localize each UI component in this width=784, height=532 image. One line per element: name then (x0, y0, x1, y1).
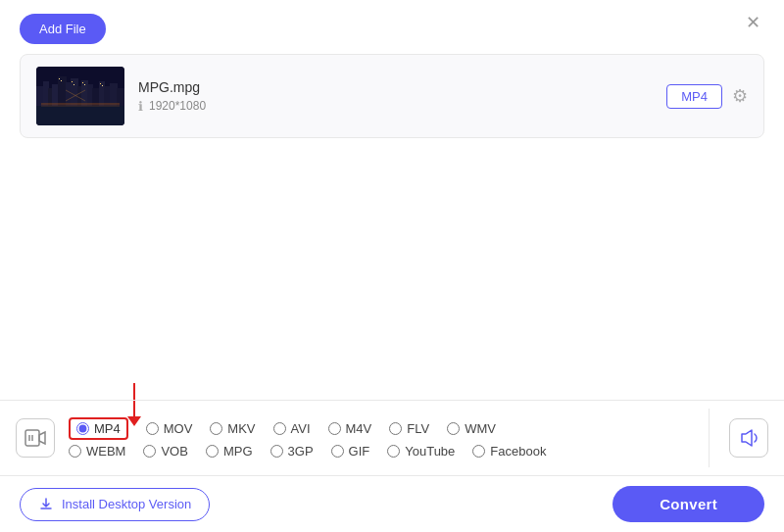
radio-gif[interactable] (331, 445, 344, 458)
svg-rect-21 (82, 82, 83, 83)
svg-rect-6 (58, 76, 67, 106)
format-option-mp4[interactable]: MP4 (69, 417, 128, 440)
label-3gp[interactable]: 3GP (288, 444, 314, 459)
format-option-vob[interactable]: VOB (143, 444, 187, 459)
file-meta: ℹ 1920*1080 (138, 99, 653, 114)
svg-rect-1 (36, 104, 124, 125)
download-icon (38, 497, 54, 512)
format-option-youtube[interactable]: YouTube (387, 444, 455, 459)
label-mp4[interactable]: MP4 (94, 421, 121, 436)
format-option-flv[interactable]: FLV (389, 421, 429, 436)
format-option-facebook[interactable]: Facebook (472, 444, 546, 459)
svg-rect-16 (117, 88, 124, 106)
mp4-selected-box: MP4 (69, 417, 128, 440)
radio-mp4[interactable] (76, 422, 89, 435)
radio-mpg[interactable] (206, 445, 219, 458)
radio-wmv[interactable] (447, 422, 460, 435)
label-webm[interactable]: WEBM (86, 444, 125, 459)
format-option-webm[interactable]: WEBM (69, 444, 125, 459)
close-button[interactable]: ✕ (740, 12, 766, 33)
label-facebook[interactable]: Facebook (490, 444, 546, 459)
bottom-bar: MP4 MOV MKV AVI M4V (0, 400, 784, 532)
radio-mov[interactable] (146, 422, 159, 435)
format-option-mkv[interactable]: MKV (210, 421, 255, 436)
radio-flv[interactable] (389, 422, 402, 435)
svg-rect-17 (59, 78, 60, 79)
label-flv[interactable]: FLV (407, 421, 429, 436)
video-category-icon[interactable] (16, 418, 55, 458)
svg-rect-22 (84, 84, 85, 85)
audio-category-icon[interactable] (729, 418, 768, 458)
add-file-button[interactable]: Add File (20, 14, 106, 44)
label-m4v[interactable]: M4V (346, 421, 372, 436)
format-row-2: WEBM VOB MPG 3GP GIF (69, 444, 699, 459)
radio-avi[interactable] (273, 422, 286, 435)
svg-rect-5 (52, 84, 59, 106)
svg-rect-14 (104, 86, 111, 106)
format-divider (709, 409, 710, 467)
header: Add File (0, 0, 784, 54)
file-info: MPG.mpg ℹ 1920*1080 (138, 79, 653, 114)
radio-vob[interactable] (143, 445, 156, 458)
install-label: Install Desktop Version (62, 497, 191, 511)
format-row-1: MP4 MOV MKV AVI M4V (69, 417, 699, 440)
file-name: MPG.mpg (138, 79, 653, 95)
format-option-3gp[interactable]: 3GP (270, 444, 314, 459)
radio-mkv[interactable] (210, 422, 222, 435)
svg-rect-15 (110, 83, 118, 106)
svg-rect-24 (102, 85, 103, 86)
format-option-m4v[interactable]: M4V (328, 421, 372, 436)
svg-rect-23 (100, 83, 101, 84)
label-youtube[interactable]: YouTube (405, 444, 455, 459)
svg-rect-20 (74, 84, 74, 85)
svg-rect-19 (72, 81, 73, 82)
label-mov[interactable]: MOV (164, 421, 193, 436)
radio-m4v[interactable] (328, 422, 341, 435)
label-vob[interactable]: VOB (161, 444, 187, 459)
file-thumbnail (36, 67, 124, 125)
svg-marker-30 (39, 432, 45, 444)
radio-youtube[interactable] (387, 445, 400, 458)
svg-rect-2 (36, 86, 44, 106)
label-mpg[interactable]: MPG (223, 444, 253, 459)
format-option-mpg[interactable]: MPG (206, 444, 253, 459)
svg-rect-8 (71, 78, 78, 106)
format-option-wmv[interactable]: WMV (447, 421, 496, 436)
svg-rect-10 (81, 80, 88, 106)
format-option-gif[interactable]: GIF (331, 444, 370, 459)
format-option-mov[interactable]: MOV (146, 421, 193, 436)
convert-button[interactable]: Convert (612, 486, 764, 522)
format-option-avi[interactable]: AVI (273, 421, 311, 436)
label-mkv[interactable]: MKV (227, 421, 255, 436)
radio-3gp[interactable] (270, 445, 283, 458)
label-gif[interactable]: GIF (349, 444, 370, 459)
format-options: MP4 MOV MKV AVI M4V (69, 417, 699, 459)
info-icon: ℹ (138, 99, 143, 114)
format-selector: MP4 MOV MKV AVI M4V (0, 401, 784, 476)
install-desktop-button[interactable]: Install Desktop Version (20, 488, 210, 521)
footer-actions: Install Desktop Version Convert (0, 476, 784, 532)
radio-webm[interactable] (69, 445, 81, 458)
svg-rect-12 (92, 88, 100, 106)
radio-facebook[interactable] (472, 445, 485, 458)
file-actions: MP4 ⚙ (666, 84, 748, 109)
svg-rect-18 (61, 80, 62, 81)
settings-icon[interactable]: ⚙ (732, 85, 748, 107)
label-wmv[interactable]: WMV (465, 421, 496, 436)
file-list: MPG.mpg ℹ 1920*1080 MP4 ⚙ (20, 54, 764, 138)
format-badge[interactable]: MP4 (666, 84, 722, 109)
file-resolution: 1920*1080 (149, 99, 206, 113)
label-avi[interactable]: AVI (291, 421, 311, 436)
